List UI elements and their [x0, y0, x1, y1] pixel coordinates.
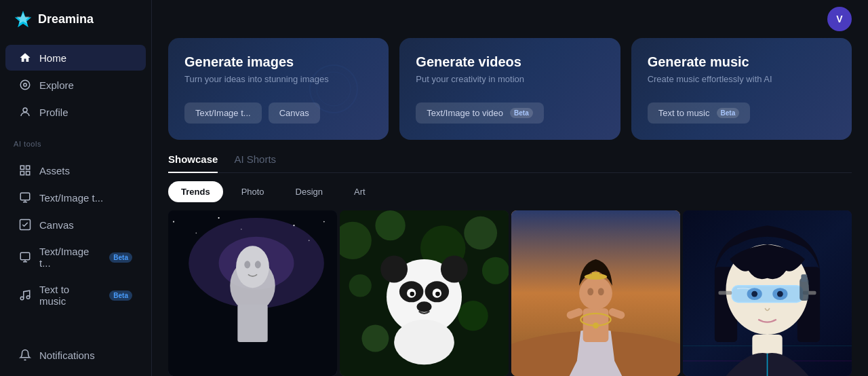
- text-video-button[interactable]: Text/Image to video Beta: [416, 102, 543, 124]
- svg-point-48: [380, 256, 408, 283]
- svg-point-78: [777, 291, 783, 297]
- sidebar-explore-label: Explore: [39, 79, 74, 91]
- generate-videos-card: Generate videos Put your creativity in m…: [399, 38, 620, 140]
- svg-point-12: [20, 297, 24, 300]
- main-tabs: Showcase AI Shorts: [168, 153, 852, 173]
- ai-tools-label: AI tools: [0, 132, 151, 151]
- logo-icon: [14, 10, 33, 29]
- svg-rect-28: [237, 305, 267, 342]
- user-avatar[interactable]: V: [827, 7, 852, 31]
- generate-images-card: Generate images Turn your ideas into stu…: [168, 38, 389, 140]
- img1-visual: [168, 210, 337, 376]
- bell-icon: [19, 349, 31, 361]
- sidebar-profile-label: Profile: [39, 107, 68, 118]
- svg-point-39: [361, 325, 389, 352]
- svg-point-29: [244, 261, 250, 268]
- tabs-area: Showcase AI Shorts Trends Photo Design A…: [152, 153, 868, 202]
- filter-trends[interactable]: Trends: [168, 181, 223, 202]
- text-image-button-label: Text/Image t...: [195, 108, 251, 118]
- img2-visual: [340, 210, 509, 376]
- gallery-image-2[interactable]: [340, 210, 509, 376]
- generate-music-card: Generate music Create music effortlessly…: [631, 38, 852, 140]
- svg-point-50: [394, 320, 454, 365]
- svg-point-45: [410, 292, 414, 297]
- text-music-beta: Beta: [717, 108, 740, 118]
- svg-rect-58: [592, 272, 599, 278]
- svg-point-22: [241, 229, 241, 229]
- text-music-button-label: Text to music: [658, 108, 710, 118]
- beta-badge-textimage: Beta: [109, 252, 132, 263]
- card-decoration: [279, 38, 389, 140]
- gallery-image-1[interactable]: [168, 210, 337, 376]
- music-icon: [19, 289, 31, 301]
- home-icon: [19, 52, 31, 64]
- tab-showcase[interactable]: Showcase: [168, 153, 218, 173]
- generate-music-title: Generate music: [648, 54, 835, 70]
- image-grid: [152, 202, 868, 376]
- svg-point-15: [317, 72, 351, 106]
- sidebar-item-home[interactable]: Home: [5, 45, 146, 71]
- svg-point-21: [218, 217, 219, 219]
- svg-point-24: [323, 221, 325, 223]
- svg-rect-9: [20, 193, 30, 200]
- svg-point-19: [173, 221, 174, 223]
- svg-point-37: [349, 274, 372, 297]
- svg-point-2: [20, 80, 30, 90]
- beta-badge-music: Beta: [109, 290, 132, 301]
- sidebar-item-assets[interactable]: Assets: [5, 157, 146, 183]
- svg-point-3: [24, 83, 27, 87]
- sidebar-music-label: Text to music: [39, 284, 98, 307]
- svg-point-23: [293, 225, 294, 226]
- svg-point-33: [375, 210, 405, 240]
- sidebar-textimage2-label: Text/Image t...: [39, 246, 98, 269]
- sidebar-notifications-label: Notifications: [39, 350, 95, 361]
- sidebar-item-notifications[interactable]: Notifications: [5, 342, 146, 368]
- filter-tabs: Trends Photo Design Art: [168, 181, 852, 202]
- img3-visual: [511, 210, 680, 376]
- svg-rect-11: [20, 252, 30, 260]
- generate-music-buttons: Text to music Beta: [648, 102, 835, 124]
- gallery-image-3[interactable]: [511, 210, 680, 376]
- svg-rect-73: [718, 291, 732, 295]
- text-video-button-label: Text/Image to video: [427, 108, 503, 118]
- sidebar-item-textimage[interactable]: Text/Image t...: [5, 185, 146, 210]
- svg-point-38: [458, 301, 488, 331]
- text-music-button[interactable]: Text to music Beta: [648, 102, 751, 124]
- svg-point-30: [255, 261, 261, 268]
- sidebar-canvas-label: Canvas: [39, 219, 74, 231]
- explore-icon: [19, 79, 31, 91]
- feature-cards: Generate images Turn your ideas into stu…: [152, 38, 868, 140]
- gallery-image-4[interactable]: [683, 210, 852, 376]
- sidebar-assets-label: Assets: [39, 165, 70, 176]
- generate-music-subtitle: Create music effortlessly with AI: [648, 74, 835, 84]
- text-image-button[interactable]: Text/Image t...: [184, 102, 262, 124]
- svg-point-49: [441, 256, 468, 283]
- sidebar-item-canvas[interactable]: Canvas: [5, 212, 146, 238]
- sidebar: Dreamina Home Explore Profile AI tools: [0, 0, 152, 376]
- sidebar-item-profile[interactable]: Profile: [5, 99, 146, 125]
- filter-art[interactable]: Art: [341, 181, 378, 202]
- svg-point-46: [435, 292, 440, 297]
- filter-design[interactable]: Design: [283, 181, 336, 202]
- sidebar-home-label: Home: [39, 52, 66, 64]
- main-nav: Home Explore Profile: [0, 38, 151, 132]
- main-content: V Generate images Turn your ideas into s…: [152, 0, 868, 376]
- textimage2-icon: [19, 251, 31, 263]
- svg-point-56: [579, 277, 612, 310]
- svg-point-25: [309, 240, 310, 241]
- svg-rect-7: [20, 172, 24, 175]
- svg-point-27: [236, 246, 269, 288]
- img4-visual: [683, 210, 852, 376]
- generate-videos-buttons: Text/Image to video Beta: [416, 102, 604, 124]
- app-name: Dreamina: [38, 12, 94, 26]
- sidebar-item-music[interactable]: Text to music Beta: [5, 277, 146, 314]
- generate-videos-subtitle: Put your creativity in motion: [416, 74, 604, 84]
- svg-rect-8: [26, 172, 30, 175]
- filter-photo[interactable]: Photo: [229, 181, 277, 202]
- canvas-icon: [19, 219, 31, 231]
- svg-point-77: [751, 291, 757, 297]
- sidebar-item-explore[interactable]: Explore: [5, 72, 146, 98]
- tab-ai-shorts[interactable]: AI Shorts: [234, 153, 276, 173]
- svg-rect-6: [26, 166, 30, 169]
- sidebar-item-textimage-beta[interactable]: Text/Image t... Beta: [5, 239, 146, 276]
